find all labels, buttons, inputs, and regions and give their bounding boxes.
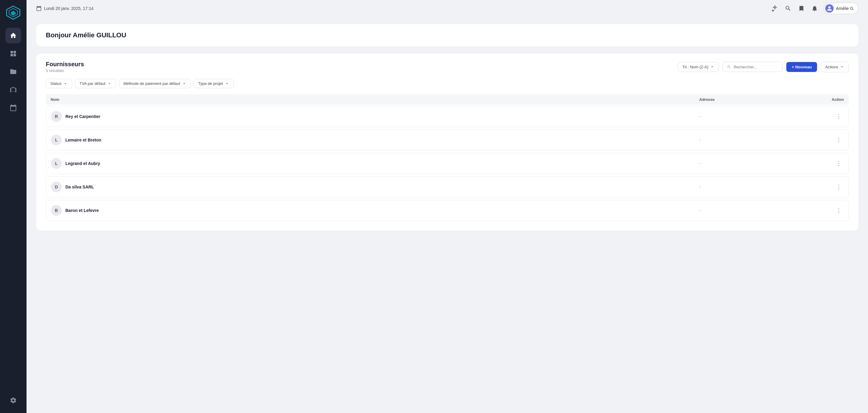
filter-tva[interactable]: TVA par défaut xyxy=(75,79,116,88)
sidebar-item-grid[interactable] xyxy=(5,46,21,61)
sidebar-item-folder[interactable] xyxy=(5,64,21,79)
filter-tva-chevron xyxy=(107,81,112,86)
header-actions: Amélie G. xyxy=(771,3,858,14)
col-address: Adresse xyxy=(699,97,820,102)
header: Lundi 20 janv. 2025, 17:14 Amélie G. xyxy=(27,0,868,17)
bookmark-icon[interactable] xyxy=(797,4,806,13)
filter-payment[interactable]: Méthode de paiement par défaut xyxy=(119,79,191,88)
filter-tva-label: TVA par défaut xyxy=(80,81,105,86)
row-address: - xyxy=(699,184,819,190)
row-action-cell: ⋮ xyxy=(819,112,844,121)
svg-marker-2 xyxy=(11,11,16,16)
row-avatar: R xyxy=(51,111,62,122)
new-button-label: + Nouveau xyxy=(792,65,812,69)
row-name-text: Legrand et Aubry xyxy=(65,161,100,166)
greeting-card: Bonjour Amélie GUILLOU xyxy=(36,24,858,46)
search-box-icon xyxy=(727,64,731,69)
table-row[interactable]: L Legrand et Aubry - ⋮ xyxy=(46,153,849,174)
sidebar-item-calendar[interactable] xyxy=(5,100,21,115)
sidebar-item-book[interactable] xyxy=(5,82,21,98)
section-subtitle: 5 résultats xyxy=(46,68,84,73)
more-options-button[interactable]: ⋮ xyxy=(834,159,844,168)
row-action-cell: ⋮ xyxy=(819,206,844,215)
row-name-cell: R Rey et Carpentier xyxy=(51,111,699,122)
table-row[interactable]: R Rey et Carpentier - ⋮ xyxy=(46,106,849,127)
filter-payment-chevron xyxy=(182,81,186,86)
user-name: Amélie G. xyxy=(836,6,855,11)
row-action-cell: ⋮ xyxy=(819,159,844,168)
chevron-down-icon xyxy=(710,65,714,69)
new-button[interactable]: + Nouveau xyxy=(786,62,817,72)
more-options-button[interactable]: ⋮ xyxy=(834,182,844,192)
notification-icon[interactable] xyxy=(810,4,819,13)
row-address: - xyxy=(699,114,819,119)
search-box[interactable] xyxy=(722,62,783,72)
calendar-icon xyxy=(36,6,41,11)
table-row[interactable]: B Baron et Lefevre - ⋮ xyxy=(46,200,849,221)
sort-button[interactable]: Tri : Nom (Z-A) xyxy=(678,62,719,72)
col-action: Action xyxy=(820,97,844,102)
filter-status[interactable]: Status xyxy=(46,79,72,88)
filter-project-label: Type de projet xyxy=(198,81,223,86)
table-row[interactable]: D Da silva SARL - ⋮ xyxy=(46,176,849,198)
main-content: Lundi 20 janv. 2025, 17:14 Amélie G. xyxy=(27,0,868,413)
avatar xyxy=(825,4,834,13)
row-avatar: L xyxy=(51,158,62,169)
section-title: Fournisseurs xyxy=(46,61,84,68)
header-date: Lundi 20 janv. 2025, 17:14 xyxy=(36,6,93,11)
row-address: - xyxy=(699,161,819,166)
col-name: Nom xyxy=(51,97,699,102)
row-address: - xyxy=(699,208,819,213)
row-action-cell: ⋮ xyxy=(819,182,844,192)
table-body: R Rey et Carpentier - ⋮ L Lemaire et Bre… xyxy=(46,106,849,221)
row-name-cell: L Legrand et Aubry xyxy=(51,158,699,169)
row-name-cell: D Da silva SARL xyxy=(51,181,699,192)
filter-project[interactable]: Type de projet xyxy=(194,79,234,88)
row-avatar: D xyxy=(51,181,62,192)
sidebar-item-settings[interactable] xyxy=(5,392,21,408)
row-name-text: Baron et Lefevre xyxy=(65,208,98,213)
table-header: Nom Adresse Action xyxy=(46,94,849,105)
row-name-cell: L Lemaire et Breton xyxy=(51,135,699,145)
section-controls: Tri : Nom (Z-A) + Nouveau Actions xyxy=(678,62,849,72)
sort-label: Tri : Nom (Z-A) xyxy=(682,65,708,69)
sparkle-icon[interactable] xyxy=(771,4,779,13)
search-icon[interactable] xyxy=(784,4,792,13)
user-badge[interactable]: Amélie G. xyxy=(824,3,858,14)
date-text: Lundi 20 janv. 2025, 17:14 xyxy=(44,6,93,11)
filters-row: Status TVA par défaut Méthode de paiemen… xyxy=(46,79,849,88)
filter-status-chevron xyxy=(63,81,67,86)
row-action-cell: ⋮ xyxy=(819,135,844,145)
more-options-button[interactable]: ⋮ xyxy=(834,135,844,145)
row-address: - xyxy=(699,138,819,142)
more-options-button[interactable]: ⋮ xyxy=(834,206,844,215)
filter-status-label: Status xyxy=(50,81,61,86)
actions-button[interactable]: Actions xyxy=(821,62,849,72)
filter-project-chevron xyxy=(225,81,229,86)
greeting-title: Bonjour Amélie GUILLOU xyxy=(46,31,849,39)
filter-payment-label: Méthode de paiement par défaut xyxy=(124,81,180,86)
sidebar xyxy=(0,0,27,413)
row-name-cell: B Baron et Lefevre xyxy=(51,205,699,216)
more-options-button[interactable]: ⋮ xyxy=(834,112,844,121)
fournisseurs-section: Fournisseurs 5 résultats Tri : Nom (Z-A)… xyxy=(36,54,858,231)
section-title-group: Fournisseurs 5 résultats xyxy=(46,61,84,73)
row-name-text: Lemaire et Breton xyxy=(65,138,101,142)
search-input[interactable] xyxy=(734,65,778,69)
sidebar-item-home[interactable] xyxy=(5,28,21,43)
row-avatar: B xyxy=(51,205,62,216)
actions-chevron-icon xyxy=(840,65,844,69)
row-name-text: Rey et Carpentier xyxy=(65,114,100,119)
logo[interactable] xyxy=(5,5,21,21)
row-avatar: L xyxy=(51,135,62,145)
table-row[interactable]: L Lemaire et Breton - ⋮ xyxy=(46,130,849,150)
row-name-text: Da silva SARL xyxy=(65,184,94,190)
content-area: Bonjour Amélie GUILLOU Fournisseurs 5 ré… xyxy=(27,17,868,413)
actions-button-label: Actions xyxy=(825,65,838,69)
section-header: Fournisseurs 5 résultats Tri : Nom (Z-A)… xyxy=(46,61,849,73)
